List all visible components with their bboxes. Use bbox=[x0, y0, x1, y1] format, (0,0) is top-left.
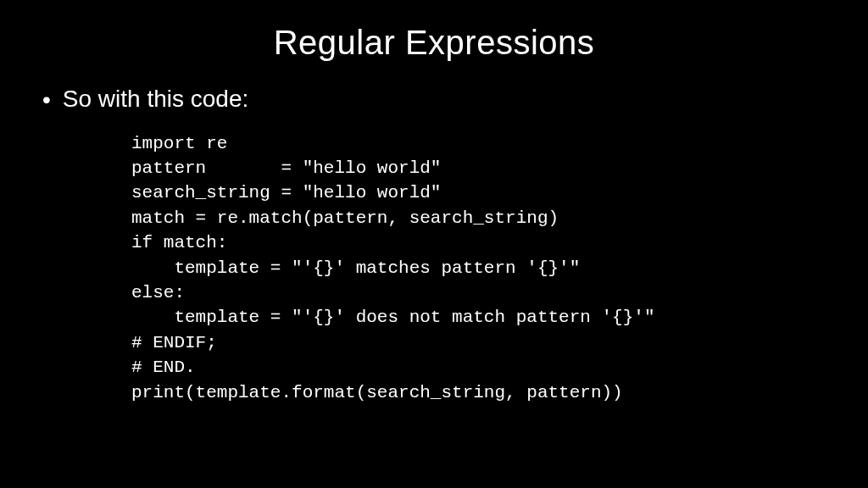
slide: Regular Expressions • So with this code:… bbox=[0, 0, 868, 488]
bullet-item: • So with this code: bbox=[42, 86, 834, 114]
code-block: import re pattern = "hello world" search… bbox=[131, 131, 834, 405]
slide-title: Regular Expressions bbox=[34, 24, 834, 62]
bullet-text: So with this code: bbox=[63, 86, 248, 113]
bullet-marker: • bbox=[42, 86, 51, 114]
